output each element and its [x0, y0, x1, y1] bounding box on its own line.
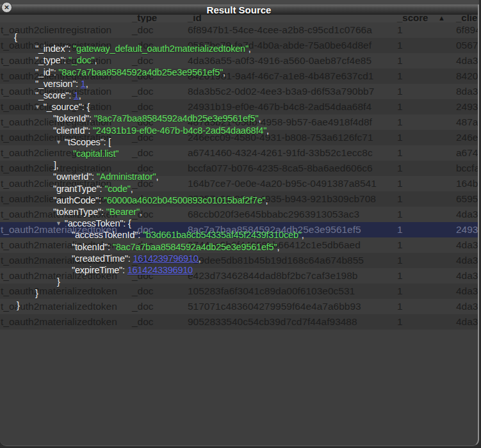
json-line: "_id": "8ac7a7baa8584592a4db25e3e9561ef5…: [35, 67, 225, 79]
close-button[interactable]: ✕: [1, 2, 12, 13]
json-text: "accessToken": {: [65, 218, 131, 228]
json-line: "capital.list": [73, 148, 118, 160]
json-number-value: 1: [74, 90, 79, 100]
json-text: ,: [249, 44, 251, 54]
json-line: "_type": "_doc",: [35, 54, 97, 67]
json-line: ▼"accessToken": {: [56, 218, 131, 230]
json-text: }: [35, 288, 38, 298]
json-text: ,: [95, 55, 97, 65]
json-text: ,: [156, 172, 158, 182]
json-text: ,: [258, 113, 261, 124]
elasticsearch-head-app: Searched 20 of 20 shards. 20 hits. 0.868…: [0, 0, 481, 448]
json-text: ,: [277, 242, 279, 252]
json-string-value: "capital.list": [73, 148, 118, 159]
json-string-value: "24931b19-ef0e-467b-b4c8-2ad54daa68f4": [93, 125, 266, 136]
json-text: "ownerId":: [53, 172, 97, 182]
json-string-value: "60000a4602b04500893c01015baf2f7e": [104, 195, 266, 205]
json-string-value: "8ac7a7baa8584592a4db25e3e9561ef5": [58, 67, 223, 77]
search-status-strip: Searched 20 of 20 shards. 20 hits. 0.868…: [0, 0, 479, 4]
json-string-value: "8ac7a7baa8584592a4db25e3e9561ef5": [113, 242, 277, 252]
json-string-value: "gateway_default_oauth2materializedtoken…: [73, 44, 249, 54]
json-string-value: "Administrator": [97, 172, 156, 182]
json-line: "tokenId": "8ac7a7baa8584592a4db25e3e956…: [72, 241, 279, 253]
json-text: ,: [86, 79, 88, 89]
json-line: "tokenId": "8ac7a7baa8584592a4db25e3e956…: [53, 113, 261, 125]
json-line: "_score": 1,: [35, 90, 81, 102]
json-text: "_source": {: [44, 102, 90, 112]
json-line: {: [14, 31, 17, 44]
json-line: "expireTime": 1614243396910: [72, 264, 193, 276]
json-line: }: [57, 276, 60, 288]
json-text: "authCode":: [53, 195, 104, 205]
json-line: ▼"tScopes": [: [56, 136, 111, 148]
json-text: ],: [54, 160, 59, 170]
json-text: ,: [131, 184, 133, 194]
json-text: ,: [302, 230, 304, 240]
json-number-value: 1614239796910: [133, 253, 198, 264]
json-line: "accessTokenId": "b3d661ba8cb54335af45f2…: [72, 229, 304, 241]
json-string-value: "_doc": [69, 55, 95, 65]
json-text: ,: [199, 253, 201, 264]
json-text: ,: [266, 195, 268, 205]
json-number-value: 1: [81, 79, 86, 89]
json-string-value: "b3d661ba8cb54335af45f2439f310ceb": [143, 230, 302, 240]
json-source-viewer: {"_index": "gateway_default_oauth2materi…: [0, 4, 478, 445]
json-line: "authCode": "60000a4602b04500893c01015ba…: [53, 195, 268, 207]
json-string-value: "Bearer": [106, 207, 140, 217]
json-line: "grantType": "code",: [53, 183, 133, 195]
json-line: "_version": 1,: [35, 78, 88, 90]
json-text: }: [57, 276, 60, 287]
json-line: ▼"_source": {: [35, 101, 90, 113]
json-text: ,: [223, 67, 225, 77]
json-text: "_score":: [35, 90, 74, 100]
json-text: "_id":: [35, 67, 58, 77]
json-line: "clientId": "24931b19-ef0e-467b-b4c8-2ad…: [53, 125, 269, 137]
collapse-arrow-icon[interactable]: ▼: [35, 101, 40, 113]
json-text: "grantType":: [53, 184, 104, 194]
json-line: }: [17, 300, 20, 312]
json-string-value: "code": [104, 184, 131, 194]
json-text: "expireTime":: [72, 265, 127, 275]
json-text: "tScopes": [: [65, 137, 111, 147]
json-text: ,: [266, 125, 269, 136]
collapse-arrow-icon[interactable]: ▼: [56, 218, 61, 230]
result-source-modal: _type_id_score▲_clientId t_oauth2clientr…: [0, 4, 479, 446]
json-text: ,: [79, 90, 81, 100]
json-string-value: "8ac7a7baa8584592a4db25e3e9561ef5": [94, 113, 259, 124]
json-number-value: 1614243396910: [127, 265, 193, 275]
json-line: "createdTime": 1614239796910,: [72, 253, 201, 265]
json-text: ,: [140, 207, 142, 217]
json-text: "tokenId":: [72, 242, 113, 252]
json-text: {: [14, 32, 17, 42]
json-line: }: [35, 287, 38, 300]
json-text: "createdTime":: [72, 253, 133, 264]
json-text: "_version":: [35, 79, 81, 89]
json-text: "clientId":: [53, 125, 93, 136]
json-text: "tokenType":: [53, 207, 106, 217]
json-text: "_type":: [35, 55, 69, 65]
search-status-text: Searched 20 of 20 shards. 20 hits. 0.868…: [9, 0, 345, 4]
json-text: "_index":: [35, 44, 73, 54]
json-text: "tokenId":: [53, 113, 94, 124]
json-line: "_index": "gateway_default_oauth2materia…: [35, 43, 251, 55]
json-line: "ownerId": "Administrator",: [53, 171, 158, 183]
json-text: }: [17, 300, 20, 310]
collapse-arrow-icon[interactable]: ▼: [56, 136, 61, 148]
json-text: "accessTokenId":: [72, 230, 143, 240]
json-line: "tokenType": "Bearer",: [53, 206, 142, 218]
json-line: ],: [54, 159, 59, 172]
